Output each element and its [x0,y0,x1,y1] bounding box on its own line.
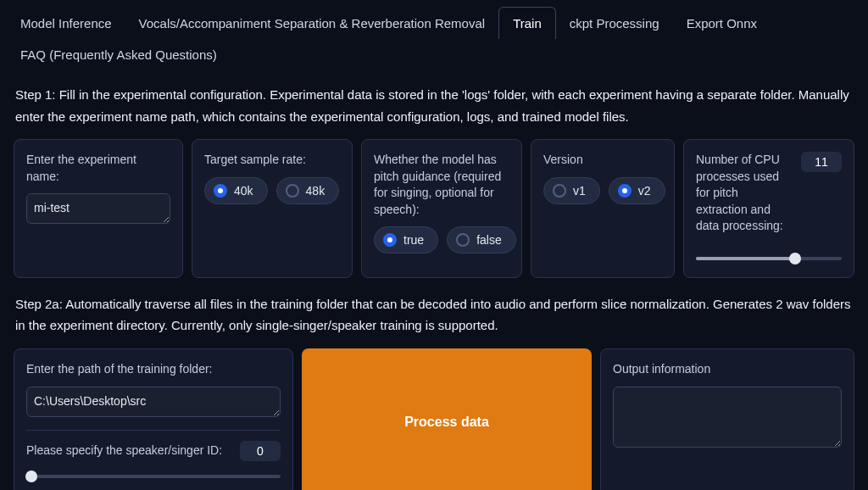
label-experiment-name: Enter the experiment name: [26,152,170,185]
slider-track [26,475,281,478]
radio-version-v2[interactable]: v2 [609,177,665,204]
label-sample-rate: Target sample rate: [204,152,340,169]
radio-dot-icon [553,184,566,198]
slider-fill [696,257,795,260]
tab-content-train: Step 1: Fill in the experimental configu… [0,70,868,490]
tab-bar: Model Inference Vocals/Accompaniment Sep… [0,0,868,70]
value-speaker-id: 0 [240,441,281,461]
radio-dot-icon [383,233,397,247]
input-experiment-name[interactable]: mi-test [26,193,170,224]
card-sample-rate: Target sample rate: 40k 48k [192,139,353,278]
divider [26,430,281,431]
radio-pitch-true[interactable]: true [374,226,438,253]
label-output-info: Output information [613,361,842,378]
process-data-button[interactable]: Process data [302,348,592,490]
step1-description: Step 1: Fill in the experimental configu… [15,84,853,127]
label-version: Version [543,152,662,169]
tab-model-inference[interactable]: Model Inference [7,8,125,39]
card-version: Version v1 v2 [531,139,675,278]
label-pitch-guidance: Whether the model has pitch guidance (re… [374,152,509,218]
label-speaker-id: Please specify the speaker/singer ID: [26,443,228,459]
radio-label: v2 [638,184,651,198]
tab-separation[interactable]: Vocals/Accompaniment Separation & Reverb… [125,8,499,39]
output-textarea[interactable] [613,387,842,448]
card-training-path: Enter the path of the training folder: C… [14,348,293,490]
radio-dot-icon [286,184,299,198]
step2a-description: Step 2a: Automatically traverse all file… [15,293,853,337]
card-output-info: Output information [600,348,854,490]
radio-label: 48k [306,184,326,198]
radio-sr-48k[interactable]: 48k [276,177,340,204]
input-training-path[interactable]: C:\Users\Desktop\src [26,387,281,417]
value-cpu-processes: 11 [801,152,842,172]
button-label: Process data [404,415,489,430]
radio-label: 40k [234,184,253,198]
card-experiment-name: Enter the experiment name: mi-test [14,139,183,278]
radio-pitch-false[interactable]: false [447,226,516,253]
slider-speaker-id[interactable] [26,470,281,483]
card-pitch-guidance: Whether the model has pitch guidance (re… [361,139,522,278]
slider-cpu-processes[interactable] [696,252,842,265]
radio-label: true [403,233,424,247]
radio-label: v1 [573,184,586,198]
tab-faq[interactable]: FAQ (Frequently Asked Questions) [7,39,231,70]
slider-thumb[interactable] [789,253,801,264]
radio-version-v1[interactable]: v1 [543,177,600,204]
label-cpu-processes: Number of CPU processes used for pitch e… [696,152,793,235]
card-cpu-processes: Number of CPU processes used for pitch e… [683,139,854,278]
tab-train[interactable]: Train [498,7,556,39]
step1-row: Enter the experiment name: mi-test Targe… [14,139,854,278]
radio-dot-icon [456,233,470,247]
radio-sr-40k[interactable]: 40k [204,177,268,204]
radio-dot-icon [214,184,227,198]
tab-ckpt[interactable]: ckpt Processing [556,8,673,39]
slider-thumb[interactable] [25,471,37,482]
step2a-row: Enter the path of the training folder: C… [14,348,854,490]
radio-label: false [476,233,502,247]
label-training-path: Enter the path of the training folder: [26,361,281,378]
radio-dot-icon [618,184,632,198]
tab-export-onnx[interactable]: Export Onnx [673,8,771,39]
